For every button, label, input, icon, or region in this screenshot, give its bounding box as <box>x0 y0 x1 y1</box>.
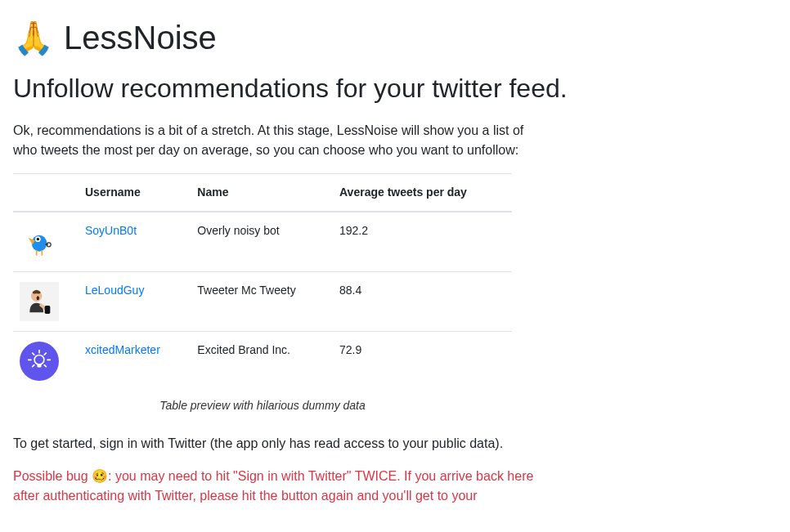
page-title: 🙏 LessNoise <box>13 13 777 62</box>
svg-point-11 <box>34 355 44 365</box>
avatar-cell <box>13 272 79 332</box>
col-avg-header: Average tweets per day <box>333 174 512 212</box>
username-link[interactable]: LeLoudGuy <box>85 284 144 297</box>
recommendations-table: Username Name Average tweets per day <box>13 173 512 391</box>
svg-rect-5 <box>42 250 43 256</box>
svg-line-19 <box>44 365 46 367</box>
avatar-cell <box>13 332 79 391</box>
avg-cell: 88.4 <box>333 272 512 332</box>
name-cell: Overly noisy bot <box>191 212 333 272</box>
svg-point-9 <box>37 296 39 300</box>
username-link[interactable]: SoyUnB0t <box>85 224 137 237</box>
table-row: xcitedMarketer Excited Brand Inc. 72.9 <box>13 332 512 391</box>
get-started-paragraph: To get started, sign in with Twitter (th… <box>13 434 536 454</box>
username-link[interactable]: xcitedMarketer <box>85 343 160 356</box>
app-name: LessNoise <box>64 13 217 62</box>
shouting-man-avatar-icon <box>20 282 59 321</box>
col-name-header: Name <box>191 174 333 212</box>
svg-line-18 <box>33 365 34 367</box>
table-header-row: Username Name Average tweets per day <box>13 174 512 212</box>
table-row: SoyUnB0t Overly noisy bot 192.2 <box>13 212 512 272</box>
intro-paragraph: Ok, recommendations is a bit of a stretc… <box>13 121 536 160</box>
pray-emoji-icon: 🙏 <box>13 21 54 54</box>
avg-cell: 192.2 <box>333 212 512 272</box>
lightbulb-avatar-icon <box>20 342 59 381</box>
name-cell: Excited Brand Inc. <box>191 332 333 391</box>
table-row: LeLoudGuy Tweeter Mc Tweety 88.4 <box>13 272 512 332</box>
col-username-header: Username <box>79 174 191 212</box>
avatar-cell <box>13 212 79 272</box>
username-cell: xcitedMarketer <box>79 332 191 391</box>
name-cell: Tweeter Mc Tweety <box>191 272 333 332</box>
svg-rect-4 <box>36 250 38 256</box>
svg-rect-12 <box>38 364 42 367</box>
svg-point-3 <box>37 238 39 240</box>
username-cell: SoyUnB0t <box>79 212 191 272</box>
avg-cell: 72.9 <box>333 332 512 391</box>
col-avatar-header <box>13 174 79 212</box>
bug-note-paragraph: Possible bug 🥴: you may need to hit "Sig… <box>13 467 536 506</box>
svg-line-17 <box>44 353 46 355</box>
svg-rect-10 <box>45 306 51 314</box>
username-cell: LeLoudGuy <box>79 272 191 332</box>
table-caption: Table preview with hilarious dummy data <box>13 397 512 414</box>
page-subtitle: Unfollow recommendations for your twitte… <box>13 69 777 108</box>
svg-rect-7 <box>46 244 48 246</box>
svg-line-16 <box>33 353 34 355</box>
bird-avatar-icon <box>20 222 59 262</box>
